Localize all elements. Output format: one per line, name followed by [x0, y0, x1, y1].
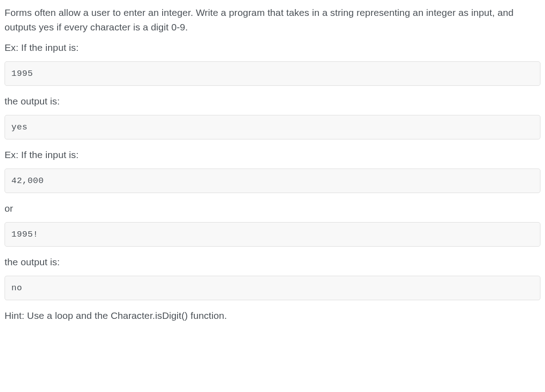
example1-output-code: yes — [5, 115, 540, 140]
example1-output-label: the output is: — [5, 94, 540, 109]
example2-input1-code: 42,000 — [5, 169, 540, 194]
example2-output-code: no — [5, 276, 540, 301]
example2-prompt: Ex: If the input is: — [5, 148, 540, 162]
example2-or-label: or — [5, 201, 540, 216]
example2-output-label: the output is: — [5, 255, 540, 269]
problem-description: Forms often allow a user to enter an int… — [5, 5, 540, 34]
example1-input-code: 1995 — [5, 61, 540, 86]
example2-input2-code: 1995! — [5, 222, 540, 247]
example1-prompt: Ex: If the input is: — [5, 40, 540, 55]
hint-text: Hint: Use a loop and the Character.isDig… — [5, 308, 540, 323]
